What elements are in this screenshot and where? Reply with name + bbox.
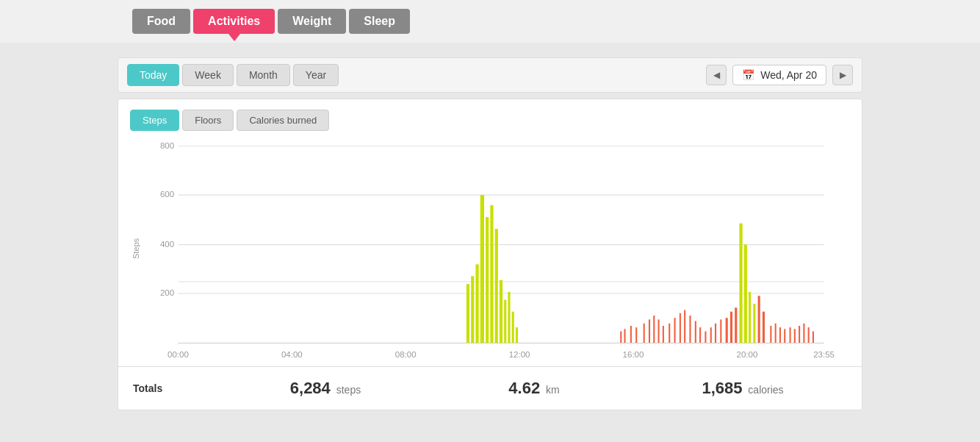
date-prev-button[interactable]: ◀ <box>706 65 727 85</box>
period-tab-today[interactable]: Today <box>127 64 179 86</box>
svg-text:16:00: 16:00 <box>623 349 644 359</box>
svg-rect-57 <box>763 312 765 343</box>
totals-value-calories: 1,685 <box>702 379 742 397</box>
svg-rect-30 <box>624 329 625 343</box>
nav-tab-food[interactable]: Food <box>132 9 190 34</box>
svg-rect-64 <box>799 326 800 343</box>
period-tab-month[interactable]: Month <box>237 64 290 86</box>
svg-rect-36 <box>658 319 660 343</box>
totals-stat-steps: 6,284 steps <box>221 379 430 398</box>
chart-panel: Steps Floors Calories burned Steps <box>118 99 862 410</box>
svg-rect-46 <box>710 327 712 343</box>
chart-svg-wrapper: 200 400 600 800 00:00 04:00 08:00 12:00 … <box>155 138 847 359</box>
svg-text:800: 800 <box>160 140 175 150</box>
svg-rect-21 <box>486 217 489 343</box>
totals-value-km: 4.62 <box>508 379 540 397</box>
chart-tab-floors[interactable]: Floors <box>182 110 234 131</box>
svg-rect-62 <box>790 327 791 343</box>
svg-rect-39 <box>674 318 676 343</box>
svg-rect-53 <box>744 245 747 343</box>
svg-rect-38 <box>669 324 670 343</box>
chart-area: Steps <box>118 131 862 366</box>
svg-rect-52 <box>739 224 742 343</box>
date-display: 📅 Wed, Apr 20 <box>732 65 826 85</box>
svg-rect-50 <box>730 312 732 343</box>
svg-rect-60 <box>779 327 781 343</box>
svg-rect-25 <box>504 300 506 343</box>
svg-text:08:00: 08:00 <box>395 349 417 359</box>
svg-text:12:00: 12:00 <box>509 349 530 359</box>
svg-rect-26 <box>508 292 510 343</box>
svg-rect-59 <box>775 324 777 343</box>
svg-rect-32 <box>635 327 637 343</box>
svg-rect-19 <box>475 264 478 343</box>
svg-rect-63 <box>794 329 796 343</box>
date-next-button[interactable]: ▶ <box>832 65 853 85</box>
totals-stat-calories: 1,685 calories <box>638 379 847 398</box>
svg-rect-56 <box>758 296 760 343</box>
svg-text:20:00: 20:00 <box>737 349 758 359</box>
svg-text:600: 600 <box>160 189 175 199</box>
svg-rect-55 <box>753 304 755 343</box>
svg-rect-23 <box>495 229 498 343</box>
svg-rect-31 <box>630 326 632 343</box>
svg-rect-51 <box>735 307 737 343</box>
svg-rect-27 <box>512 312 514 343</box>
totals-unit-steps: steps <box>336 384 361 396</box>
period-tabs: Today Week Month Year <box>127 64 339 86</box>
totals-bar: Totals 6,284 steps 4.62 km 1,685 calorie… <box>118 366 862 410</box>
chart-tab-calories-burned[interactable]: Calories burned <box>237 110 329 131</box>
svg-rect-35 <box>653 316 655 343</box>
svg-rect-67 <box>813 332 814 343</box>
svg-rect-61 <box>784 329 785 343</box>
svg-rect-54 <box>749 292 751 343</box>
nav-tab-weight[interactable]: Weight <box>278 9 346 34</box>
top-nav: Food Activities Weight Sleep <box>0 0 980 43</box>
svg-rect-20 <box>480 195 484 343</box>
svg-rect-42 <box>689 316 691 343</box>
totals-unit-km: km <box>546 384 560 396</box>
chart-tab-steps[interactable]: Steps <box>130 110 179 131</box>
nav-tab-sleep[interactable]: Sleep <box>349 9 410 34</box>
y-axis-label: Steps <box>131 238 140 259</box>
svg-text:00:00: 00:00 <box>167 349 189 359</box>
svg-rect-37 <box>663 326 664 343</box>
svg-rect-33 <box>644 324 645 343</box>
totals-label: Totals <box>133 382 221 394</box>
svg-rect-17 <box>466 284 469 343</box>
chart-tabs: Steps Floors Calories burned <box>118 99 862 131</box>
period-tab-year[interactable]: Year <box>293 64 339 86</box>
calendar-icon: 📅 <box>742 69 754 81</box>
svg-text:200: 200 <box>160 288 175 297</box>
svg-rect-28 <box>516 327 518 343</box>
totals-stat-km: 4.62 km <box>430 379 638 398</box>
date-nav: ◀ 📅 Wed, Apr 20 ▶ <box>706 65 853 85</box>
period-tab-week[interactable]: Week <box>182 64 234 86</box>
svg-rect-47 <box>715 324 716 343</box>
svg-rect-40 <box>680 313 681 343</box>
svg-rect-66 <box>808 327 810 343</box>
svg-rect-34 <box>649 319 650 343</box>
totals-value-steps: 6,284 <box>290 379 331 397</box>
svg-rect-49 <box>726 318 728 343</box>
svg-rect-48 <box>720 319 721 343</box>
chart-svg: 200 400 600 800 00:00 04:00 08:00 12:00 … <box>155 138 847 359</box>
svg-rect-41 <box>684 310 685 343</box>
svg-rect-29 <box>620 332 621 343</box>
svg-rect-22 <box>490 205 493 343</box>
main-content: Today Week Month Year ◀ 📅 Wed, Apr 20 ▶ … <box>0 43 980 425</box>
svg-rect-58 <box>770 326 771 343</box>
svg-rect-45 <box>705 332 706 343</box>
date-text: Wed, Apr 20 <box>760 69 817 81</box>
svg-rect-43 <box>695 321 696 343</box>
period-bar: Today Week Month Year ◀ 📅 Wed, Apr 20 ▶ <box>118 57 862 93</box>
svg-rect-65 <box>803 324 804 343</box>
page-wrapper: Food Activities Weight Sleep Today Week … <box>0 0 980 442</box>
svg-rect-24 <box>500 280 502 343</box>
svg-rect-44 <box>699 327 701 343</box>
svg-text:23:55: 23:55 <box>813 349 835 359</box>
svg-text:04:00: 04:00 <box>281 349 303 359</box>
totals-unit-calories: calories <box>748 384 783 396</box>
nav-tab-activities[interactable]: Activities <box>193 9 275 34</box>
svg-rect-18 <box>471 277 474 343</box>
